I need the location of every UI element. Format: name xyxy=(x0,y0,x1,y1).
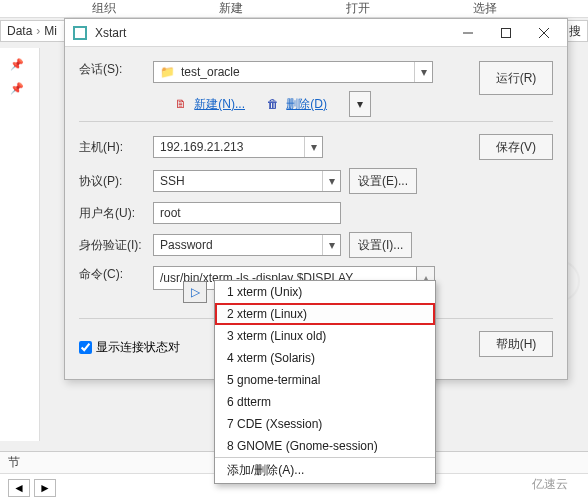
menu-item-gnome-terminal[interactable]: 5 gnome-terminal xyxy=(215,369,435,391)
auth-select[interactable]: Password ▾ xyxy=(153,234,341,256)
host-combo[interactable]: 192.169.21.213 ▾ xyxy=(153,136,323,158)
session-value: test_oracle xyxy=(181,65,240,79)
separator xyxy=(79,121,553,122)
bg-toolbar: 组织 新建 打开 选择 xyxy=(0,0,588,18)
bg-tb-item[interactable]: 组织 xyxy=(92,0,116,17)
session-combo[interactable]: 📁 test_oracle ▾ xyxy=(153,61,433,83)
window-title: Xstart xyxy=(95,26,449,40)
help-button[interactable]: 帮助(H) xyxy=(479,331,553,357)
maximize-button[interactable] xyxy=(487,21,525,45)
play-icon: ▷ xyxy=(191,285,200,299)
menu-item-cde[interactable]: 7 CDE (Xsession) xyxy=(215,413,435,435)
protocol-label: 协议(P): xyxy=(79,173,153,190)
save-button[interactable]: 保存(V) xyxy=(479,134,553,160)
left-nav: 📌 📌 xyxy=(0,48,40,441)
breadcrumb-seg[interactable]: Mi xyxy=(44,24,57,38)
brand-label: 亿速云 xyxy=(532,476,568,493)
breadcrumb-seg[interactable]: Data xyxy=(7,24,32,38)
command-template-menu: ▷ 1 xterm (Unix) 2 xterm (Linux) 3 xterm… xyxy=(214,280,436,484)
pin-icon: 📌 xyxy=(10,58,24,71)
close-button[interactable] xyxy=(525,21,563,45)
titlebar: Xstart xyxy=(65,19,567,47)
chevron-down-icon[interactable]: ▾ xyxy=(322,235,340,255)
protocol-select[interactable]: SSH ▾ xyxy=(153,170,341,192)
host-value: 192.169.21.213 xyxy=(160,140,243,154)
host-label: 主机(H): xyxy=(79,139,153,156)
menu-item-xterm-unix[interactable]: 1 xterm (Unix) xyxy=(215,281,435,303)
auth-settings-button[interactable]: 设置(I)... xyxy=(349,232,412,258)
show-status-label: 显示连接状态对 xyxy=(96,339,180,356)
command-label: 命令(C): xyxy=(79,266,153,283)
menu-item-xterm-linux[interactable]: 2 xterm (Linux) xyxy=(215,303,435,325)
menu-item-dtterm[interactable]: 6 dtterm xyxy=(215,391,435,413)
nav-fwd-icon[interactable]: ► xyxy=(34,479,56,497)
auth-label: 身份验证(I): xyxy=(79,237,153,254)
minimize-icon xyxy=(463,28,473,38)
close-icon xyxy=(539,28,549,38)
pin-icon: 📌 xyxy=(10,82,24,95)
show-status-check[interactable] xyxy=(79,341,92,354)
chevron-down-icon[interactable]: ▾ xyxy=(414,62,432,82)
session-label: 会话(S): xyxy=(79,61,153,78)
show-status-checkbox[interactable]: 显示连接状态对 xyxy=(79,333,180,356)
menu-item-gnome-session[interactable]: 8 GNOME (Gnome-session) xyxy=(215,435,435,457)
chevron-down-icon: ▾ xyxy=(357,97,363,111)
protocol-value: SSH xyxy=(160,174,185,188)
bg-tb-item[interactable]: 新建 xyxy=(219,0,243,17)
folder-icon: 📁 xyxy=(160,65,175,79)
delete-session-link[interactable]: 🗑 删除(D) xyxy=(267,96,327,113)
chevron-down-icon[interactable]: ▾ xyxy=(322,171,340,191)
protocol-settings-button[interactable]: 设置(E)... xyxy=(349,168,417,194)
command-history-button[interactable]: ▷ xyxy=(183,281,207,303)
username-value: root xyxy=(160,206,181,220)
nav-back-icon[interactable]: ◄ xyxy=(8,479,30,497)
username-label: 用户名(U): xyxy=(79,205,153,222)
chevron-down-icon[interactable]: ▾ xyxy=(304,137,322,157)
bg-tb-item[interactable]: 选择 xyxy=(473,0,497,17)
bg-tb-item[interactable]: 打开 xyxy=(346,0,370,17)
new-file-icon: 🗎 xyxy=(175,97,187,111)
menu-add-remove[interactable]: 添加/删除(A)... xyxy=(215,457,435,483)
svg-rect-1 xyxy=(502,28,511,37)
new-session-link[interactable]: 🗎 新建(N)... xyxy=(175,96,245,113)
maximize-icon xyxy=(501,28,511,38)
menu-item-xterm-solaris[interactable]: 4 xterm (Solaris) xyxy=(215,347,435,369)
minimize-button[interactable] xyxy=(449,21,487,45)
chevron-right-icon: › xyxy=(36,24,40,38)
session-more-button[interactable]: ▾ xyxy=(349,91,371,117)
menu-item-xterm-linux-old[interactable]: 3 xterm (Linux old) xyxy=(215,325,435,347)
trash-icon: 🗑 xyxy=(267,97,279,111)
run-button[interactable]: 运行(R) xyxy=(479,61,553,95)
username-input[interactable]: root xyxy=(153,202,341,224)
auth-value: Password xyxy=(160,238,213,252)
app-icon xyxy=(73,26,87,40)
